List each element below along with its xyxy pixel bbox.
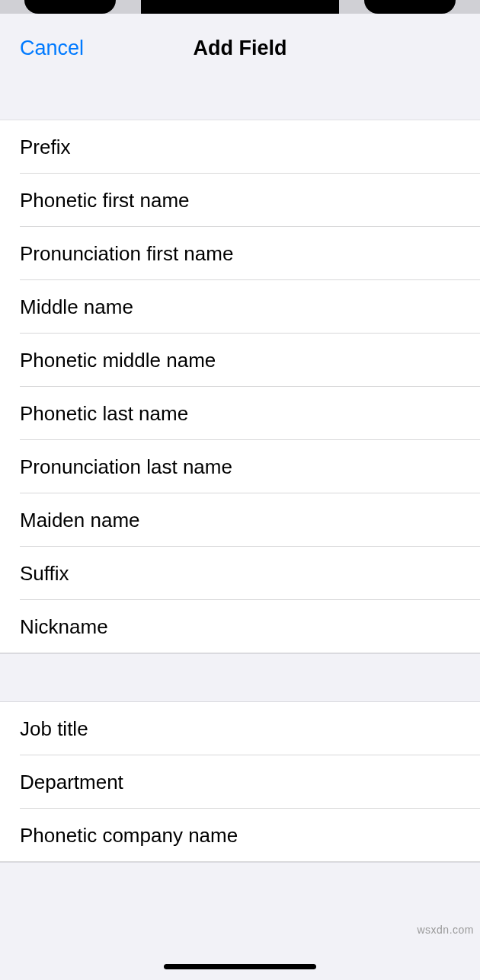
field-option-label: Phonetic middle name — [20, 349, 216, 372]
field-option-label: Middle name — [20, 295, 133, 319]
field-option-phonetic-middle-name[interactable]: Phonetic middle name — [0, 334, 480, 387]
field-option-pronunciation-first-name[interactable]: Pronunciation first name — [0, 227, 480, 280]
field-option-phonetic-company-name[interactable]: Phonetic company name — [0, 809, 480, 862]
field-option-maiden-name[interactable]: Maiden name — [0, 493, 480, 547]
field-option-suffix[interactable]: Suffix — [0, 547, 480, 600]
field-option-job-title[interactable]: Job title — [0, 702, 480, 755]
section-separator — [0, 653, 480, 702]
field-section-work: Job title Department Phonetic company na… — [0, 702, 480, 862]
field-option-prefix[interactable]: Prefix — [0, 120, 480, 174]
field-option-phonetic-first-name[interactable]: Phonetic first name — [0, 174, 480, 227]
watermark-text: wsxdn.com — [417, 924, 474, 936]
field-option-pronunciation-last-name[interactable]: Pronunciation last name — [0, 440, 480, 493]
field-option-label: Job title — [20, 717, 88, 741]
modal-sheet: Cancel Add Field Prefix Phonetic first n… — [0, 14, 480, 980]
navigation-bar: Cancel Add Field — [0, 14, 480, 120]
field-option-label: Nickname — [20, 615, 108, 639]
cancel-button[interactable]: Cancel — [20, 37, 84, 60]
field-option-phonetic-last-name[interactable]: Phonetic last name — [0, 387, 480, 440]
field-option-label: Phonetic last name — [20, 402, 188, 426]
field-option-label: Phonetic first name — [20, 189, 190, 212]
field-option-label: Prefix — [20, 136, 70, 159]
field-option-label: Suffix — [20, 562, 69, 586]
sheet-bottom-area: wsxdn.com — [0, 862, 480, 980]
field-section-name: Prefix Phonetic first name Pronunciation… — [0, 120, 480, 653]
field-option-label: Phonetic company name — [20, 824, 238, 848]
field-option-label: Maiden name — [20, 509, 140, 532]
field-option-label: Pronunciation first name — [20, 242, 233, 266]
home-indicator[interactable] — [164, 964, 316, 969]
status-bar-notch — [0, 0, 480, 14]
field-option-middle-name[interactable]: Middle name — [0, 280, 480, 334]
field-option-nickname[interactable]: Nickname — [0, 600, 480, 653]
field-option-label: Department — [20, 771, 123, 794]
field-option-label: Pronunciation last name — [20, 455, 232, 479]
field-option-department[interactable]: Department — [0, 755, 480, 809]
